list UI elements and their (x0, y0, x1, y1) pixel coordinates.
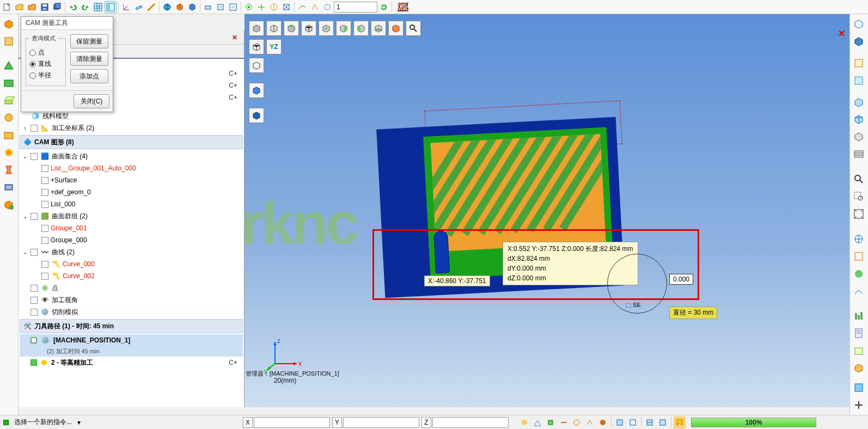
path-c-icon[interactable] (321, 1, 333, 13)
close-button[interactable]: 关闭(C) (74, 94, 109, 108)
tool-a-icon[interactable] (202, 1, 214, 13)
cube-orange-icon[interactable] (174, 1, 186, 13)
side-ico-9[interactable] (1, 162, 16, 177)
section-toolpath[interactable]: 🛠️刀具路径 (1) - 时间: 45 min (20, 319, 243, 333)
view-c-icon[interactable] (336, 21, 351, 36)
tree-point[interactable]: ✳️点 (20, 282, 243, 294)
r-ico-f[interactable] (851, 326, 866, 341)
st-ico-8[interactable] (614, 416, 626, 428)
checkbox[interactable] (30, 153, 38, 160)
viewport-close-icon[interactable]: ✕ (838, 28, 845, 39)
r-ico-2[interactable] (851, 34, 866, 49)
st-ico-4[interactable] (558, 416, 570, 428)
path-a-icon[interactable] (296, 1, 308, 13)
checkbox[interactable] (30, 213, 38, 220)
open2-icon[interactable] (26, 1, 38, 13)
new-icon[interactable] (1, 1, 13, 13)
st-ico-2[interactable] (531, 416, 543, 428)
r-ico-7[interactable] (851, 129, 866, 144)
plane-icon[interactable] (133, 1, 145, 13)
side-ico-10[interactable] (1, 180, 16, 195)
r-ico-a[interactable] (851, 231, 866, 247)
tree-surfset[interactable]: ⌄🟦曲面集合 (4) (20, 150, 243, 162)
tree-list-auto[interactable]: List__Groupe_001_Auto_000 (20, 162, 243, 174)
st-ico-7[interactable] (597, 416, 609, 428)
yz-label[interactable]: YZ (266, 39, 282, 54)
checkbox[interactable] (41, 189, 48, 196)
snap-b-icon[interactable] (255, 1, 267, 13)
add-point-button[interactable]: 添加点 (70, 69, 108, 83)
st-ico-9[interactable] (627, 416, 639, 428)
tool-c-icon[interactable] (227, 1, 239, 13)
dialog-title[interactable]: CAM 测量工具 (21, 17, 113, 30)
side-ico-5[interactable] (1, 93, 16, 108)
view-iso-icon[interactable] (249, 21, 264, 36)
checkbox[interactable] (41, 273, 48, 280)
st-ico-6[interactable] (584, 416, 596, 428)
checkbox[interactable] (41, 165, 48, 172)
viewport[interactable]: YZ ✕ worknc 科技 X:0.552 Y:-37.751 Z:0.000… (244, 14, 849, 407)
r-ico-5[interactable] (851, 95, 866, 110)
snap-d-icon[interactable] (280, 1, 292, 13)
tree-plus-def[interactable]: +def_geom_0 (20, 186, 243, 198)
r-ico-4[interactable] (851, 73, 866, 88)
r-ico-8[interactable] (851, 146, 866, 162)
side-ico-4[interactable] (1, 75, 16, 90)
checkbox[interactable] (30, 309, 38, 316)
tree-groupe000[interactable]: Groupe_000 (20, 234, 243, 246)
tree-plus-surface[interactable]: +Surface (20, 174, 243, 186)
st-ico-3[interactable] (545, 416, 557, 428)
st-ico-10[interactable] (644, 416, 656, 428)
r-ico-e[interactable] (851, 308, 866, 323)
side-ico-6[interactable] (1, 110, 16, 125)
tree-surfgroup[interactable]: ⌄🟩曲面群组 (2) (20, 210, 243, 222)
radio-line[interactable]: 直线 (29, 59, 62, 69)
coord-x-input[interactable] (254, 417, 330, 428)
saveall-icon[interactable] (51, 1, 63, 13)
tree-coordsys[interactable]: ›📐加工坐标系 (2) (20, 122, 243, 134)
checkbox[interactable] (41, 225, 48, 232)
checkbox[interactable] (30, 125, 38, 132)
r-ico-b[interactable] (851, 249, 866, 264)
globe-icon[interactable] (161, 1, 173, 13)
r-ico-last2[interactable] (851, 397, 866, 413)
v-shade1-icon[interactable] (249, 83, 264, 98)
checkbox[interactable] (41, 237, 48, 244)
neumac-icon[interactable]: NeuMac (397, 1, 409, 13)
radio-point[interactable]: 点 (29, 48, 62, 57)
side-ico-7[interactable] (1, 127, 16, 143)
r-ico-zoomwin[interactable] (851, 189, 866, 204)
r-ico-1[interactable] (851, 16, 866, 32)
side-ico-2[interactable] (1, 34, 16, 49)
save-icon[interactable] (39, 1, 51, 13)
tree-groupe001[interactable]: Groupe_001 (20, 222, 243, 234)
view-d-icon[interactable] (353, 21, 369, 36)
tree-curve002[interactable]: 〽️Curve_002 (20, 270, 243, 282)
st-ico-12[interactable] (674, 416, 686, 428)
tree-list000[interactable]: List_000 (20, 198, 243, 210)
v-wire-icon[interactable] (249, 58, 264, 73)
checkbox[interactable] (41, 177, 48, 184)
tool-b-icon[interactable] (215, 1, 227, 13)
open-icon[interactable] (14, 1, 26, 13)
measure-icon[interactable] (145, 1, 157, 13)
panel-close-icon[interactable]: ✕ (229, 33, 241, 42)
tree-machpos[interactable]: ⚙️[MACHINE_POSITION_1] (2) 加工时间 45 min (20, 334, 243, 357)
checkbox[interactable] (41, 261, 48, 268)
view-e-icon[interactable] (371, 21, 386, 36)
view-zoom-icon[interactable] (406, 21, 421, 36)
tree-op2[interactable]: 2 - 等高精加工C+ (20, 357, 243, 369)
keep-measure-button[interactable]: 保留测量 (70, 34, 108, 48)
undo-icon[interactable] (67, 1, 79, 13)
st-ico-5[interactable] (571, 416, 583, 428)
r-ico-c[interactable] (851, 266, 866, 281)
view-b-icon[interactable] (319, 21, 334, 36)
snap-a-icon[interactable] (243, 1, 255, 13)
tree-curve000[interactable]: 〽️Curve_000 (20, 258, 243, 270)
view-top-icon[interactable] (284, 21, 299, 36)
st-ico-1[interactable] (518, 416, 530, 428)
r-ico-6[interactable] (851, 112, 866, 127)
tree-curves[interactable]: ⌄〰️曲线 (2) (20, 246, 243, 258)
section-cam-shapes[interactable]: 🔷CAM 图形 (8) (20, 135, 243, 149)
prompt-dropdown-icon[interactable]: ▾ (77, 419, 81, 426)
